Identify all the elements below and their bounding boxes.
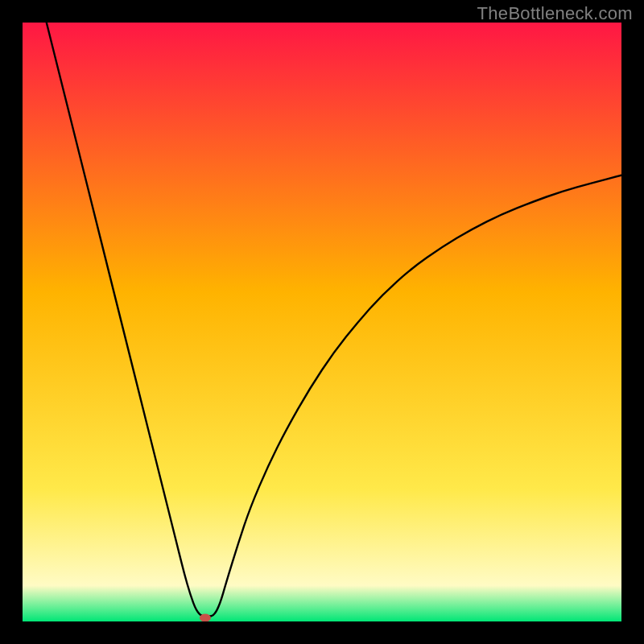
plot-area [23, 23, 621, 621]
gradient-background [23, 23, 621, 621]
chart-frame: TheBottleneck.com [0, 0, 644, 644]
chart-svg [23, 23, 621, 621]
watermark-text: TheBottleneck.com [477, 3, 633, 24]
